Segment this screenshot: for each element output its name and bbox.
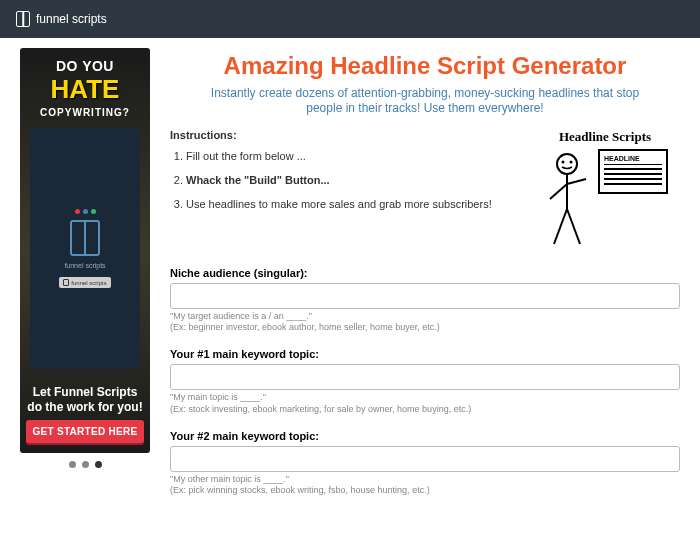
niche-input[interactable] xyxy=(170,283,680,309)
ad-box-label: funnel scripts xyxy=(64,262,105,269)
field-niche: Niche audience (singular): "My target au… xyxy=(170,267,680,334)
field-label: Your #1 main keyword topic: xyxy=(170,348,680,360)
instructions-heading: Instructions: xyxy=(170,129,518,141)
ad-dots xyxy=(75,209,96,214)
ad-line1: DO YOU xyxy=(26,58,144,74)
field-label: Niche audience (singular): xyxy=(170,267,680,279)
ad-line2: COPYWRITING? xyxy=(26,107,144,118)
page-title: Amazing Headline Script Generator xyxy=(170,52,680,80)
brand-logo[interactable]: funnel scripts xyxy=(16,11,107,27)
page-subtitle: Instantly create dozens of attention-gra… xyxy=(200,86,650,117)
sidebar: DO YOU HATE COPYWRITING? funnel scripts … xyxy=(20,48,150,511)
headline-card-title: HEADLINE xyxy=(604,155,662,165)
book-icon xyxy=(70,220,100,256)
carousel-dot[interactable] xyxy=(69,461,76,468)
illustration: Headline Scripts HEADLINE xyxy=(530,129,680,249)
instruction-step: Fill out the form below ... xyxy=(186,149,518,163)
illustration-title: Headline Scripts xyxy=(530,129,680,145)
headline-card: HEADLINE xyxy=(598,149,668,194)
instruction-step: Whack the "Build" Button... xyxy=(186,173,518,187)
svg-point-1 xyxy=(562,160,565,163)
svg-line-5 xyxy=(567,179,586,184)
content: Amazing Headline Script Generator Instan… xyxy=(170,48,680,511)
carousel-dots xyxy=(20,461,150,468)
instructions: Instructions: Fill out the form below ..… xyxy=(170,129,518,249)
field-hint: "My main topic is ____."(Ex: stock inves… xyxy=(170,392,680,415)
book-icon xyxy=(16,11,30,27)
ad-subtext: Let Funnel Scripts do the work for you! xyxy=(26,385,144,414)
ad-hate: HATE xyxy=(26,74,144,105)
field-label: Your #2 main keyword topic: xyxy=(170,430,680,442)
field-keyword2: Your #2 main keyword topic: "My other ma… xyxy=(170,430,680,497)
keyword1-input[interactable] xyxy=(170,364,680,390)
intro-row: Instructions: Fill out the form below ..… xyxy=(170,129,680,249)
main-area: DO YOU HATE COPYWRITING? funnel scripts … xyxy=(0,38,700,521)
field-keyword1: Your #1 main keyword topic: "My main top… xyxy=(170,348,680,415)
brand-name: funnel scripts xyxy=(36,12,107,26)
svg-line-7 xyxy=(567,209,580,244)
ad-cta-button[interactable]: GET STARTED HERE xyxy=(26,420,144,443)
instruction-step: Use headlines to make more sales and gra… xyxy=(186,197,518,211)
field-hint: "My target audience is a / an ____."(Ex:… xyxy=(170,311,680,334)
carousel-dot[interactable] xyxy=(82,461,89,468)
svg-point-0 xyxy=(557,154,577,174)
keyword2-input[interactable] xyxy=(170,446,680,472)
ad-box-tag: funnel scripts xyxy=(59,277,110,288)
carousel-dot-active[interactable] xyxy=(95,461,102,468)
stickman-icon xyxy=(542,149,592,249)
field-hint: "My other main topic is ____."(Ex: pick … xyxy=(170,474,680,497)
svg-point-2 xyxy=(570,160,573,163)
app-header: funnel scripts xyxy=(0,0,700,38)
ad-product-box: funnel scripts funnel scripts xyxy=(30,128,140,369)
promo-ad[interactable]: DO YOU HATE COPYWRITING? funnel scripts … xyxy=(20,48,150,453)
svg-line-6 xyxy=(554,209,567,244)
svg-line-4 xyxy=(550,184,567,199)
